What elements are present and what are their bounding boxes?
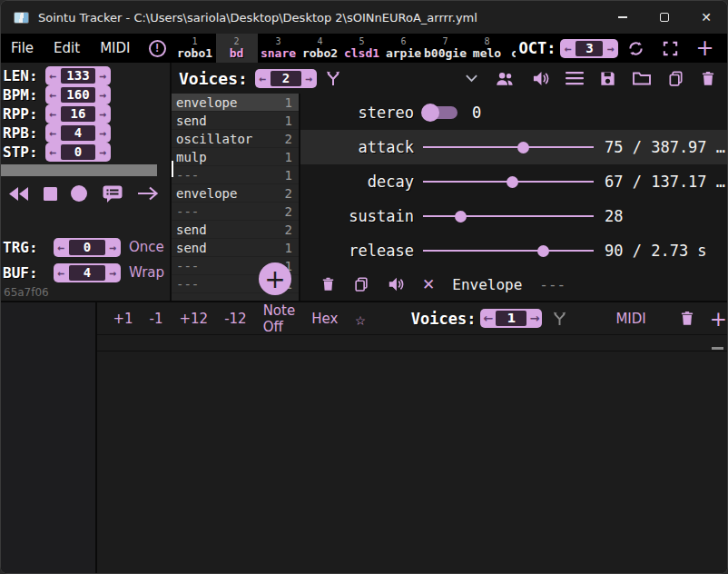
- add-track-button[interactable]: +: [710, 310, 727, 328]
- favorite-star-icon[interactable]: ☆: [355, 309, 365, 329]
- split-voices-icon[interactable]: [324, 69, 342, 87]
- rpp-stepper-decrement-icon[interactable]: ←: [45, 104, 61, 124]
- instrument-tab-arpie[interactable]: 6arpie: [383, 34, 425, 63]
- rpp-stepper-increment-icon[interactable]: →: [95, 104, 111, 124]
- transpose-up-1[interactable]: +1: [113, 311, 133, 327]
- decay-slider[interactable]: [423, 181, 594, 183]
- midi-button[interactable]: MIDI: [615, 311, 645, 327]
- delete-instrument-icon[interactable]: [700, 70, 716, 87]
- trg-mode[interactable]: Once: [129, 239, 164, 255]
- octave-stepper-increment-icon[interactable]: →: [603, 39, 618, 58]
- transpose-up-12[interactable]: +12: [179, 311, 208, 327]
- stp-stepper-increment-icon[interactable]: →: [95, 143, 111, 162]
- unit-list-item[interactable]: send1: [172, 112, 299, 130]
- param-row-attack[interactable]: attack75 / 387.97 …: [300, 130, 727, 164]
- solo-speaker-icon[interactable]: [387, 276, 405, 292]
- note-off-button[interactable]: Note Off: [263, 302, 296, 335]
- sustain-slider[interactable]: [423, 215, 594, 217]
- rpp-stepper[interactable]: ←16→: [45, 104, 111, 124]
- close-button[interactable]: ✕: [685, 1, 727, 34]
- unit-list-item[interactable]: envelope2: [172, 184, 299, 203]
- minimize-button[interactable]: [602, 1, 644, 34]
- polyphony-users-icon[interactable]: [494, 70, 516, 87]
- octave-stepper-decrement-icon[interactable]: ←: [560, 39, 576, 58]
- unit-list-item[interactable]: send1: [172, 239, 299, 257]
- comment-icon[interactable]: [102, 183, 123, 203]
- track-voices-stepper-decrement-icon[interactable]: ←: [480, 309, 496, 328]
- stp-stepper[interactable]: ←0→: [45, 143, 111, 162]
- bpm-stepper-decrement-icon[interactable]: ←: [45, 85, 61, 104]
- slider-knob[interactable]: [537, 245, 549, 257]
- delete-unit-icon[interactable]: [320, 276, 336, 292]
- bpm-stepper-increment-icon[interactable]: →: [95, 85, 111, 104]
- voices-stepper[interactable]: ←2→: [255, 69, 317, 88]
- instrument-tab-robo2[interactable]: 4robo2: [300, 34, 341, 63]
- chevron-down-icon[interactable]: [465, 74, 478, 83]
- refresh-icon[interactable]: [626, 34, 645, 63]
- rpb-stepper-increment-icon[interactable]: →: [95, 124, 111, 143]
- unit-list-item[interactable]: ---2: [172, 203, 299, 221]
- menu-icon[interactable]: [566, 71, 584, 85]
- len-stepper-increment-icon[interactable]: →: [95, 66, 111, 85]
- play-arrow-icon[interactable]: [137, 186, 159, 201]
- unit-list-scrollbar[interactable]: [172, 161, 173, 177]
- track-voices-stepper-increment-icon[interactable]: →: [526, 309, 542, 328]
- speaker-icon[interactable]: [531, 70, 550, 87]
- trg-stepper[interactable]: ←0→: [54, 238, 121, 257]
- alert-icon[interactable]: !: [149, 40, 166, 57]
- rpb-stepper-decrement-icon[interactable]: ←: [45, 124, 61, 143]
- save-icon[interactable]: [599, 70, 616, 87]
- instrument-tab-b00gie[interactable]: 7b00gie: [425, 34, 467, 63]
- instrument-tab-snare[interactable]: 3snare: [258, 34, 300, 63]
- unit-comment-dropdown[interactable]: ---: [539, 276, 566, 293]
- octave-stepper[interactable]: ←3→: [560, 39, 618, 58]
- param-row-release[interactable]: release90 / 2.73 s: [300, 233, 727, 268]
- menu-edit[interactable]: Edit: [44, 34, 90, 63]
- copy-unit-icon[interactable]: [353, 276, 369, 292]
- bpm-stepper[interactable]: ←160→: [45, 85, 111, 104]
- param-row-stereo[interactable]: stereo 0: [300, 95, 727, 130]
- instrument-tab-clsd1[interactable]: 5clsd1: [341, 34, 383, 63]
- unit-list-item[interactable]: send2: [172, 221, 299, 239]
- release-slider[interactable]: [423, 250, 594, 252]
- param-row-sustain[interactable]: sustain28: [300, 199, 727, 233]
- trg-stepper-decrement-icon[interactable]: ←: [54, 238, 69, 257]
- buf-mode[interactable]: Wrap: [129, 264, 164, 281]
- slider-knob[interactable]: [455, 211, 467, 223]
- menu-midi[interactable]: MIDI: [90, 34, 140, 63]
- voices-stepper-decrement-icon[interactable]: ←: [255, 69, 271, 88]
- menu-file[interactable]: File: [1, 34, 44, 63]
- instrument-tab-robo1[interactable]: 1robo1: [174, 34, 216, 63]
- add-instrument-button[interactable]: +: [695, 34, 713, 63]
- close-icon[interactable]: ✕: [422, 275, 435, 293]
- instrument-tab-bd[interactable]: 2bd: [216, 34, 258, 63]
- param-row-decay[interactable]: decay67 / 137.17 …: [300, 164, 727, 199]
- add-unit-button[interactable]: +: [259, 262, 291, 295]
- record-icon[interactable]: [71, 185, 87, 202]
- transpose-down-12[interactable]: -12: [224, 311, 247, 327]
- hex-toggle[interactable]: Hex: [311, 311, 338, 327]
- buf-stepper-increment-icon[interactable]: →: [105, 263, 121, 282]
- song-progress-bar[interactable]: [1, 164, 157, 176]
- len-stepper-decrement-icon[interactable]: ←: [45, 66, 61, 85]
- slider-knob[interactable]: [517, 142, 529, 153]
- len-stepper[interactable]: ←133→: [45, 66, 111, 85]
- unit-list-item[interactable]: mulp1: [172, 148, 299, 166]
- unit-list-item[interactable]: oscillator2: [172, 130, 299, 148]
- split-track-icon[interactable]: [551, 310, 568, 327]
- rpb-stepper[interactable]: ←4→: [45, 124, 111, 143]
- rewind-icon[interactable]: [8, 187, 29, 201]
- stereo-toggle[interactable]: [423, 106, 457, 119]
- stop-icon[interactable]: [44, 187, 57, 201]
- track-voices-stepper[interactable]: ←1→: [480, 309, 542, 328]
- trg-stepper-increment-icon[interactable]: →: [105, 238, 121, 257]
- fullscreen-icon[interactable]: [662, 34, 679, 63]
- attack-slider[interactable]: [423, 146, 594, 148]
- slider-knob[interactable]: [507, 176, 518, 188]
- unit-list-item[interactable]: envelope1: [172, 94, 299, 112]
- pattern-scrollbar[interactable]: [712, 347, 723, 350]
- folder-open-icon[interactable]: [632, 70, 652, 86]
- instrument-tab-melo[interactable]: 8melo: [467, 34, 508, 63]
- stp-stepper-decrement-icon[interactable]: ←: [45, 143, 61, 162]
- buf-stepper[interactable]: ←4→: [54, 263, 121, 282]
